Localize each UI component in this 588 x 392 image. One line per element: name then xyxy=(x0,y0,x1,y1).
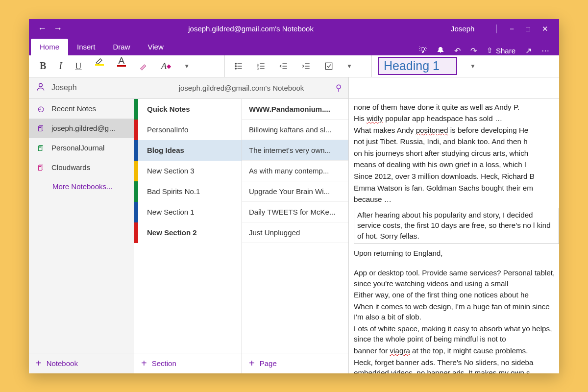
add-page-label: Page xyxy=(260,359,277,368)
nav-forward-icon[interactable]: → xyxy=(53,24,62,34)
note-text: His widly popular app headspace has sold… xyxy=(354,113,559,124)
page-item[interactable]: Daily TWEETS for McKe... xyxy=(242,202,348,222)
svg-point-0 xyxy=(235,63,236,64)
more-notebooks-link[interactable]: More Notebooks... xyxy=(29,177,134,191)
page-item[interactable]: Just Unplugged xyxy=(242,222,348,243)
font-color-button[interactable]: A xyxy=(117,55,126,77)
notebook-label: Cloudwards xyxy=(51,163,90,172)
title-bar: ← → joseph.gildred@gmail.com's Notebook … xyxy=(29,19,559,39)
highlight-button[interactable] xyxy=(95,55,104,77)
note-text: After hearing about his popularity and s… xyxy=(357,210,556,242)
maximize-icon[interactable]: □ xyxy=(526,24,530,33)
subheader-row: Joseph joseph.gildred@gmail.com's Notebo… xyxy=(29,77,559,99)
note-text: Lots of white space, making it easy to a… xyxy=(354,323,559,344)
note-text: Since 2012, over 3 million downloads. He… xyxy=(354,171,559,182)
formatting-toolbar: B I U A A◆ ▼ 123 xyxy=(29,55,559,77)
plus-icon: + xyxy=(141,358,147,369)
lightbulb-icon[interactable]: 💡︎ xyxy=(419,46,427,55)
paragraph-group-dropdown[interactable]: ▼ xyxy=(346,63,352,70)
indent-button[interactable] xyxy=(301,55,311,77)
bold-button[interactable]: B xyxy=(40,55,46,77)
account-label: Joseph xyxy=(51,83,77,92)
section-item[interactable]: New Section 3 xyxy=(134,161,242,181)
section-item[interactable]: New Section 2 xyxy=(134,222,242,243)
todo-checkbox-button[interactable] xyxy=(324,55,334,77)
note-text: means of dealing with his own grief in a… xyxy=(354,159,559,170)
font-group-dropdown[interactable]: ▼ xyxy=(184,63,190,70)
note-text: banner for viagra at the top, it might c… xyxy=(354,345,559,356)
clear-formatting-button[interactable] xyxy=(139,55,148,77)
search-icon[interactable]: ⚲ xyxy=(336,83,342,93)
svg-point-4 xyxy=(235,68,236,69)
selected-text-block[interactable]: After hearing about his popularity and s… xyxy=(354,208,559,245)
page-item[interactable]: WWW.Pandamonium.... xyxy=(242,99,348,120)
section-item[interactable]: Quick Notes xyxy=(134,99,242,120)
fullscreen-icon[interactable]: ↗ xyxy=(525,46,532,55)
pages-column: WWW.Pandamonium....Billowing kaftans and… xyxy=(242,99,349,373)
style-dropdown[interactable]: ▼ xyxy=(470,63,476,70)
notebook-item[interactable]: 📕︎ Cloudwards xyxy=(29,158,134,177)
plus-icon: + xyxy=(249,358,255,369)
tab-draw[interactable]: Draw xyxy=(104,39,139,55)
app-window: ← → joseph.gildred@gmail.com's Notebook … xyxy=(29,19,559,373)
account-header[interactable]: Joseph xyxy=(29,77,134,99)
add-section-button[interactable]: + Section xyxy=(134,353,242,373)
recent-notes-item[interactable]: ◴ Recent Notes xyxy=(29,99,134,119)
more-icon[interactable]: ⋯ xyxy=(541,46,549,55)
window-title: joseph.gildred@gmail.com's Notebook xyxy=(71,24,431,33)
notifications-icon[interactable]: 🔔︎ xyxy=(437,46,444,55)
book-icon: 📕︎ xyxy=(36,163,46,172)
section-item[interactable]: Bad Spirits No.1 xyxy=(134,181,242,202)
add-page-button[interactable]: + Page xyxy=(242,353,348,373)
numbered-list-button[interactable]: 123 xyxy=(256,55,266,77)
section-item[interactable]: New Section 1 xyxy=(134,202,242,222)
notebook-item[interactable]: 📕︎ joseph.gildred@g… xyxy=(29,119,134,138)
note-canvas[interactable]: none of them have done it quite as well … xyxy=(349,99,559,373)
underline-button[interactable]: U xyxy=(75,55,82,77)
section-item[interactable]: PersonalInfo xyxy=(134,120,242,140)
tab-insert[interactable]: Insert xyxy=(68,39,104,55)
editor-column: none of them have done it quite as well … xyxy=(349,99,559,373)
page-item[interactable]: Upgrade Your Brain Wi... xyxy=(242,181,348,202)
separator xyxy=(496,24,497,33)
notebook-item[interactable]: 📕︎ PersonalJournal xyxy=(29,138,134,158)
signed-in-user[interactable]: Joseph xyxy=(431,24,494,33)
note-text: none of them have done it quite as well … xyxy=(354,102,559,113)
note-text: Emma Watson is fan. Goldman Sachs bought… xyxy=(354,183,559,194)
add-notebook-button[interactable]: + Notebook xyxy=(29,353,134,373)
nav-back-icon[interactable]: ← xyxy=(38,24,47,34)
tab-view[interactable]: View xyxy=(139,39,172,55)
main-area: ◴ Recent Notes 📕︎ joseph.gildred@g… 📕︎ P… xyxy=(29,99,559,373)
page-item[interactable]: As with many contemp... xyxy=(242,161,348,181)
person-icon xyxy=(36,82,46,94)
close-icon[interactable]: ✕ xyxy=(542,24,548,33)
outdent-button[interactable] xyxy=(279,55,289,77)
note-text: When it comes to web design, I'm a huge … xyxy=(354,301,559,322)
note-text: not just Tibet. Russia, Indi, and blank … xyxy=(354,136,559,147)
page-item[interactable]: Billowing kaftans and sl... xyxy=(242,120,348,140)
tab-home[interactable]: Home xyxy=(31,39,68,55)
italic-button[interactable]: I xyxy=(59,55,62,77)
bullet-list-button[interactable] xyxy=(234,55,244,77)
redo-icon[interactable]: ↷ xyxy=(470,46,477,55)
svg-rect-18 xyxy=(325,63,332,69)
note-text: Either way, one of the first thing one n… xyxy=(354,290,559,300)
book-icon: 📕︎ xyxy=(36,144,46,152)
note-text: What makes Andy positoned is before deve… xyxy=(354,125,559,136)
add-section-label: Section xyxy=(152,359,176,368)
share-button[interactable]: ⇧ Share xyxy=(487,46,515,55)
page-item[interactable]: The internet's very own... xyxy=(242,140,348,161)
notebook-label: joseph.gildred@g… xyxy=(51,124,116,132)
style-selector[interactable]: Heading 1 xyxy=(378,57,457,75)
note-text: on his journeys short after studying cir… xyxy=(354,148,559,159)
note-text: App or desktop tool. Provide same servic… xyxy=(354,268,559,289)
add-notebook-label: Notebook xyxy=(47,359,78,368)
section-item[interactable]: Blog Ideas xyxy=(134,140,242,161)
sections-column: Quick NotesPersonalInfoBlog IdeasNew Sec… xyxy=(134,99,242,373)
format-painter-button[interactable]: A◆ xyxy=(161,55,172,77)
plus-icon: + xyxy=(36,358,42,369)
ribbon-tabs-row: Home Insert Draw View 💡︎ 🔔︎ ↶ ↷ ⇧ Share … xyxy=(29,39,559,55)
undo-icon[interactable]: ↶ xyxy=(454,46,461,55)
ribbon-tabs: Home Insert Draw View xyxy=(31,39,172,55)
minimize-icon[interactable]: − xyxy=(510,24,514,33)
